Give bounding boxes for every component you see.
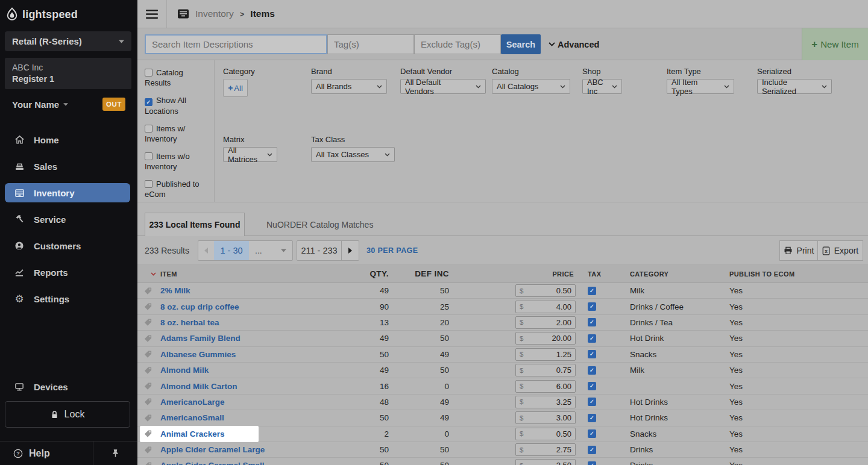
search-input[interactable] (145, 34, 327, 54)
current-page-range[interactable]: 1 - 30 (214, 241, 249, 260)
category-cell: Hot Drinks (620, 398, 725, 407)
sidebar-item-inventory[interactable]: Inventory (5, 183, 130, 202)
filter-catalog-results[interactable]: Catalog Results (145, 67, 208, 88)
price-input[interactable]: $2.75 (515, 443, 576, 456)
sidebar-item-settings[interactable]: ⚙ Settings (5, 289, 130, 308)
item-link[interactable]: Apple Cider Caramel Small (160, 461, 265, 465)
column-item[interactable]: ITEM (137, 265, 366, 282)
lock-button[interactable]: Lock (5, 401, 130, 428)
sidebar-item-service[interactable]: Service (5, 210, 130, 229)
filter-items-without-inventory[interactable]: Items w/o Inventory (145, 151, 208, 172)
help-button[interactable]: ? Help (0, 442, 93, 465)
tax-checkbox[interactable]: ✓ (588, 334, 596, 343)
column-tax[interactable]: TAX (577, 270, 620, 278)
brand-select[interactable]: All Brands (311, 79, 387, 94)
item-link[interactable]: Albanese Gummies (160, 350, 236, 359)
page-select-dropdown[interactable]: ... (249, 241, 292, 260)
item-link[interactable]: Adams Family Blend (160, 334, 241, 343)
item-link[interactable]: Almond Milk (160, 366, 209, 375)
product-switcher[interactable]: Retail (R-Series) (5, 31, 131, 51)
tax-checkbox[interactable]: ✓ (588, 398, 596, 406)
tax-class-select[interactable]: All Tax Classes (311, 147, 395, 162)
column-category[interactable]: CATEGORY (620, 270, 725, 278)
search-button[interactable]: Search (501, 34, 541, 54)
column-price[interactable]: PRICE (451, 270, 577, 278)
price-input[interactable]: $3.25 (515, 396, 576, 408)
dollar-sign: $ (520, 367, 523, 374)
user-menu[interactable]: Your Name (12, 99, 68, 110)
new-item-button[interactable]: + New Item (802, 28, 868, 60)
category-all-button[interactable]: + All (223, 79, 248, 97)
table-row: Apple Cider Caramel Small 50 50 $2.50 ✓ … (137, 458, 868, 465)
checkbox-unchecked[interactable] (145, 180, 153, 188)
item-link[interactable]: 2% Milk (160, 286, 190, 295)
item-link[interactable]: AmericanoLarge (160, 398, 225, 407)
breadcrumb-inventory[interactable]: Inventory (195, 8, 234, 19)
default-vendor-select[interactable]: All Default Vendors (400, 79, 486, 94)
tax-checkbox[interactable]: ✓ (588, 446, 596, 454)
price-input[interactable]: $0.75 (515, 364, 576, 376)
column-qty[interactable]: QTY. (366, 269, 391, 278)
sidebar-item-home[interactable]: Home (5, 130, 130, 149)
tax-checkbox[interactable]: ✓ (588, 287, 596, 295)
print-button[interactable]: Print (779, 240, 818, 261)
pin-sidebar-button[interactable] (93, 442, 137, 465)
tax-checkbox[interactable]: ✓ (588, 318, 596, 326)
price-input[interactable]: $2.50 (515, 459, 576, 465)
tax-checkbox[interactable]: ✓ (588, 366, 596, 375)
price-input[interactable]: $0.50 (515, 428, 576, 440)
tax-checkbox[interactable]: ✓ (588, 302, 596, 311)
item-link[interactable]: AmericanoSmall (160, 413, 224, 422)
sidebar-item-reports[interactable]: Reports (5, 263, 130, 282)
tax-checkbox[interactable]: ✓ (588, 429, 596, 438)
item-link[interactable]: 8 oz. herbal tea (160, 318, 219, 327)
sidebar-item-devices[interactable]: Devices (5, 377, 130, 396)
sidebar-item-sales[interactable]: Sales (5, 157, 130, 176)
last-page-range[interactable]: 211 - 233 (297, 241, 342, 260)
item-type-select[interactable]: All Item Types (667, 79, 734, 94)
catalog-select[interactable]: All Catalogs (492, 79, 570, 94)
def-inc-cell: 20 (391, 318, 451, 327)
filter-published-to-ecom[interactable]: Published to eCom (145, 179, 208, 199)
item-link[interactable]: Apple Cider Caramel Large (160, 445, 265, 454)
price-input[interactable]: $1.25 (515, 348, 576, 361)
per-page-link[interactable]: 30 PER PAGE (366, 236, 418, 265)
tags-input[interactable] (327, 34, 414, 54)
sidebar-item-customers[interactable]: Customers (5, 236, 130, 255)
tab-nuorder-matches[interactable]: NuORDER Catalog Matches (245, 213, 395, 236)
matrix-select[interactable]: All Matrices (223, 147, 277, 162)
price-input[interactable]: $6.00 (515, 380, 576, 393)
tab-local-items[interactable]: 233 Local Items Found (145, 213, 245, 236)
checkbox-unchecked[interactable] (145, 125, 153, 133)
item-link[interactable]: 8 oz. cup drip coffee (160, 302, 239, 311)
tax-checkbox[interactable]: ✓ (588, 461, 596, 465)
exclude-tags-input[interactable] (414, 34, 501, 54)
tax-checkbox[interactable]: ✓ (588, 350, 596, 358)
price-input[interactable]: $20.00 (515, 332, 576, 345)
hamburger-menu-button[interactable] (137, 0, 167, 28)
triangle-left-icon (203, 247, 209, 254)
filter-items-with-inventory[interactable]: Items w/ Inventory (145, 123, 208, 144)
serialized-select[interactable]: Include Serialized (757, 79, 832, 94)
filter-show-all-locations[interactable]: ✓Show All Locations (145, 95, 208, 116)
shop-select[interactable]: ABC Inc (582, 79, 622, 94)
item-link[interactable]: Animal Crackers (160, 429, 225, 438)
price-input[interactable]: $2.00 (515, 316, 576, 329)
tax-checkbox[interactable]: ✓ (588, 382, 596, 390)
column-def-inc[interactable]: DEF INC (391, 269, 451, 278)
tax-checkbox[interactable]: ✓ (588, 414, 596, 422)
clock-out-button[interactable]: OUT (102, 98, 125, 111)
item-link[interactable]: Almond Milk Carton (160, 382, 237, 391)
price-input[interactable]: $4.00 (515, 301, 576, 313)
column-publish-to-ecom[interactable]: PUBLISH TO ECOM (725, 270, 868, 278)
prev-page-button[interactable] (198, 241, 214, 260)
next-page-button[interactable] (342, 241, 359, 260)
checkbox-unchecked[interactable] (145, 69, 153, 76)
advanced-toggle[interactable]: Advanced (549, 34, 599, 54)
price-input[interactable]: $0.50 (515, 284, 576, 297)
price-input[interactable]: $3.00 (515, 411, 576, 424)
export-button[interactable]: x Export (817, 240, 863, 261)
checkbox-checked[interactable]: ✓ (145, 98, 153, 106)
checkbox-unchecked[interactable] (145, 152, 153, 160)
account-register-box[interactable]: ABC Inc Register 1 (5, 58, 131, 89)
